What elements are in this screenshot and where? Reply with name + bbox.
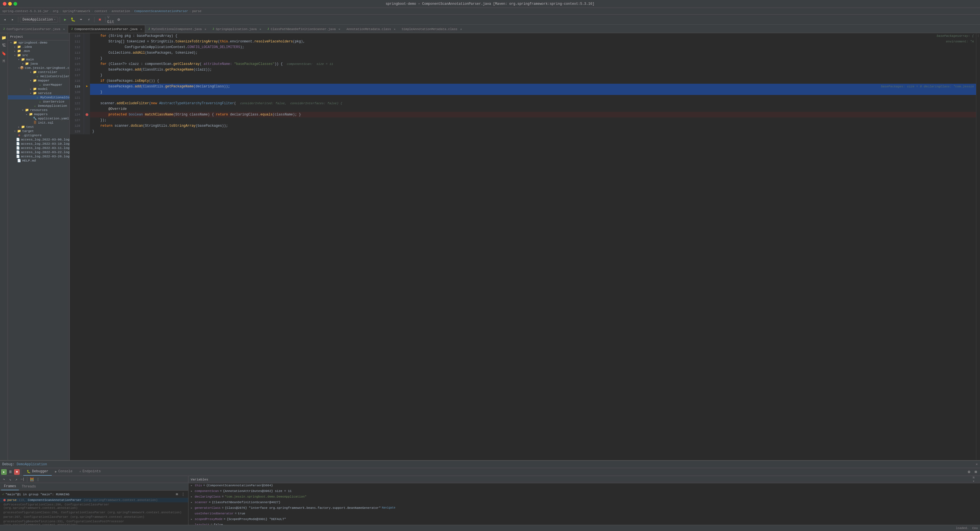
debug-button[interactable]: 🐛 [70, 16, 77, 23]
vars-settings-button[interactable]: N ▾ [973, 477, 978, 482]
tab-console[interactable]: ▶ Console [52, 468, 76, 476]
line-content[interactable]: @Override [90, 106, 976, 112]
tab-simple-annotation-metadata[interactable]: SimpleAnnotationMetadata.class ✕ [399, 25, 465, 33]
threads-more-button[interactable]: ⋮ [180, 491, 186, 497]
frames-tab-frames[interactable]: Frames [1, 483, 19, 490]
stop-button[interactable]: ■ [96, 16, 103, 23]
line-content[interactable]: basePackages.add(ClassUtils.getPackageNa… [90, 67, 976, 73]
tree-item-log-0322[interactable]: 📄 access_log.2022-03-22.log [8, 150, 70, 154]
run-button[interactable]: ▶ [62, 16, 69, 23]
close-tab-icon[interactable]: ✕ [460, 27, 462, 31]
var-entry-this[interactable]: ▸ this = {ComponentScanAnnotationParser@… [188, 483, 980, 489]
tree-item-controller[interactable]: ▾ 📁 controller [8, 70, 70, 74]
frame-entry-processconfiguration[interactable]: processConfigurationClass:250, Configura… [0, 510, 188, 515]
tree-item-java[interactable]: ▾ 📁 java [8, 62, 70, 66]
navigate-link[interactable]: Navigate [382, 506, 396, 509]
maximize-button[interactable] [13, 2, 17, 6]
breadcrumb-item[interactable]: annotation [112, 10, 130, 13]
breadcrumb-item[interactable]: spring-context-5.3.16.jar [2, 10, 49, 13]
close-tab-icon[interactable]: ✕ [63, 27, 65, 31]
frame-entry-processconfig[interactable]: processConfigBeanDefinitions:331, Config… [0, 519, 188, 525]
var-entry-scanner[interactable]: ▸ scanner = {ClassPathBeanDefinitionScan… [188, 500, 980, 506]
frame-entry-doprocess[interactable]: doProcessConfigurationClass:296, Configu… [0, 502, 188, 510]
line-content[interactable]: Collections.addAll(basePackages, tokeniz… [90, 50, 976, 55]
line-content[interactable]: } [90, 129, 976, 134]
step-over-button[interactable]: ↷ [1, 477, 7, 482]
tree-item-log-0306[interactable]: 📄 access_log.2022-03-06.log [8, 137, 70, 142]
breadcrumb-item[interactable]: context [94, 10, 107, 13]
line-content[interactable]: String[] tokenized = StringUtils.tokeniz… [90, 39, 946, 44]
line-content[interactable]: basePackages.add(ClassUtils.getPackageNa… [90, 84, 881, 89]
close-debug-icon[interactable]: ✕ [976, 462, 978, 466]
tree-item-help-md[interactable]: 📄 HELP.md [8, 159, 70, 163]
maven-icon[interactable]: M [0, 58, 7, 65]
var-entry-declaring-class[interactable]: ▸ declaringClass = "com.jessin.springboo… [188, 495, 980, 500]
bookmark-icon[interactable]: 🔖 [0, 50, 7, 57]
debug-stop-button[interactable]: ■ [14, 469, 20, 475]
tab-endpoints[interactable]: ⚡ Endpoints [76, 468, 104, 476]
run-config-dropdown[interactable]: DemoApplication ▾ [20, 17, 58, 22]
project-icon[interactable]: 📁 [0, 34, 7, 41]
thread-entry-main[interactable]: ✓ "main"@1 in group "main": RUNNING ⊞ ⋮ [0, 491, 188, 498]
debug-layout-icon[interactable]: ⊞ [973, 469, 979, 475]
tree-item-user-mapper[interactable]: ☕ UserMapper [8, 82, 70, 87]
breadcrumb-item[interactable]: org [53, 10, 59, 13]
more-options-button[interactable]: ⋮ [35, 477, 41, 482]
tab-spring-application[interactable]: J SpringApplication.java ✕ [209, 25, 264, 33]
line-content[interactable]: } [90, 55, 976, 61]
tree-item-log-0310[interactable]: 📄 access_log.2022-03-10.log [8, 142, 70, 146]
debug-settings-icon[interactable]: ⚙ [966, 469, 972, 475]
close-tab-icon[interactable]: ✕ [205, 27, 206, 31]
close-tab-icon[interactable]: ✕ [339, 27, 340, 31]
tree-item-test[interactable]: ▸ 📁 test [8, 125, 70, 129]
back-button[interactable]: ◂ [1, 16, 8, 23]
tree-item-service[interactable]: ▾ 📁 service [8, 91, 70, 95]
evaluate-button[interactable]: 🧮 [29, 477, 35, 482]
tree-item-springboot-demo[interactable]: ▾ 📁 springboot-demo [8, 40, 70, 45]
tree-item-resources[interactable]: ▾ 📁 resources [8, 108, 70, 112]
line-content[interactable]: ConfigurableApplicationContext.CONFIG_LO… [90, 44, 976, 50]
line-content[interactable]: }); [90, 117, 976, 123]
line-content[interactable]: if (basePackages.isEmpty()) { [90, 78, 976, 84]
tree-item-init-sql[interactable]: 🗄 init.sql [8, 120, 70, 125]
line-content[interactable]: } [90, 73, 976, 78]
settings-button[interactable]: ⚙ [115, 16, 123, 23]
tab-my-conditional-component[interactable]: J MyConditionalComponent.java ✕ [145, 25, 209, 33]
tab-debugger[interactable]: 🐛 Debugger [23, 468, 52, 476]
line-content[interactable]: return scanner.doScan(StringUtils.toStri… [90, 123, 976, 129]
tree-item-mappers[interactable]: ▸ 📁 mappers [8, 112, 70, 116]
tree-item-log-0326[interactable]: 📄 access_log.2022-03-26.log [8, 154, 70, 159]
var-entry-lazy-init[interactable]: lazyInit = false [188, 523, 980, 525]
git-button[interactable]: ⑂ Git [107, 16, 115, 23]
close-button[interactable] [3, 2, 6, 6]
tree-item-hello-controller[interactable]: ☕ HelloController [8, 74, 70, 78]
var-entry-component-scan[interactable]: ▸ componentScan = {AnnotationAttributes@… [188, 489, 980, 495]
tree-item-application-yaml[interactable]: 🔧 application.yaml [8, 116, 70, 120]
tree-item-src[interactable]: ▾ 📁 src [8, 53, 70, 57]
tree-item-mvn[interactable]: ▸ 📁 .mvn [8, 49, 70, 53]
tree-item-main[interactable]: ▾ 📁 main [8, 57, 70, 62]
var-entry-scoped-proxy[interactable]: ▸ scopedProxyMode = {ScopedProxyMode@399… [188, 517, 980, 523]
tab-component-scan-annotation-parser[interactable]: J ComponentScanAnnotationParser.java ✕ [68, 25, 145, 33]
breadcrumb-active-item[interactable]: ComponentScanAnnotationParser [134, 10, 188, 13]
forward-button[interactable]: ▸ [9, 16, 16, 23]
close-tab-icon[interactable]: ✕ [394, 27, 396, 31]
tab-annotation-metadata[interactable]: AnnotationMetadata.class ✕ [344, 25, 399, 33]
tree-item-gitignore[interactable]: ⚙ .gitignore [8, 133, 70, 137]
line-content[interactable] [90, 95, 976, 101]
tree-item-com-jessin[interactable]: ▾ 📦 com.jessin.springboot.c [8, 66, 70, 70]
tab-configuration-class-parser[interactable]: J ConfigurationClassParser.java ✕ [0, 25, 68, 33]
minimize-button[interactable] [8, 2, 12, 6]
step-out-button[interactable]: ↗ [13, 477, 19, 482]
close-tab-icon[interactable]: ✕ [259, 27, 261, 31]
breadcrumb-item[interactable]: springframework [62, 10, 90, 13]
step-into-button[interactable]: ↘ [7, 477, 13, 482]
structure-icon[interactable]: 🏗 [0, 42, 7, 49]
line-content[interactable]: } [90, 89, 976, 95]
tree-item-model[interactable]: ▸ 📁 model [8, 87, 70, 91]
line-content[interactable]: for (String pkg : basePackagesArray) { [90, 33, 937, 39]
frame-entry-parse-119[interactable]: parse:119, ComponentScanAnnotationParser… [0, 498, 188, 502]
tree-item-target[interactable]: ▾ 📁 target [8, 129, 70, 133]
code-editor[interactable]: 110 for (String pkg : basePackagesArray)… [70, 33, 976, 460]
tree-item-my-conditional[interactable]: ☕ MyConditionalCo [8, 95, 70, 100]
